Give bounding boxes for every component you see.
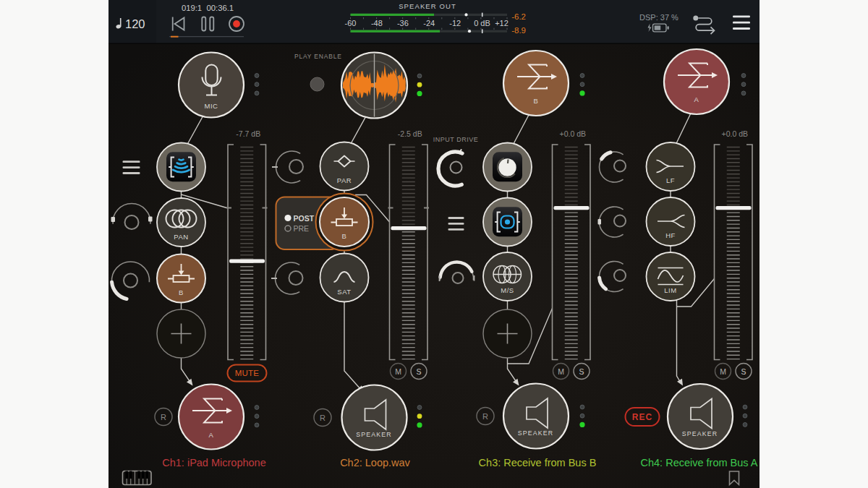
svg-text:-24: -24 — [423, 19, 435, 27]
svg-text:SPEAKER: SPEAKER — [518, 429, 553, 437]
svg-text:SAT: SAT — [337, 288, 351, 296]
svg-text:0 dB: 0 dB — [474, 19, 490, 27]
svg-text:S: S — [416, 367, 421, 376]
svg-text:R: R — [482, 412, 488, 421]
svg-text:M: M — [720, 367, 726, 376]
svg-text:S: S — [579, 367, 584, 376]
svg-text:Ch2: Loop.wav: Ch2: Loop.wav — [340, 457, 410, 468]
svg-text:SPEAKER: SPEAKER — [682, 430, 718, 437]
svg-text:MIC: MIC — [205, 102, 218, 110]
svg-text:S: S — [741, 367, 746, 376]
svg-text:SPEAKER: SPEAKER — [356, 431, 391, 438]
svg-text:DSP: 37 %: DSP: 37 % — [639, 13, 678, 22]
svg-text:POST: POST — [294, 214, 315, 223]
svg-text:-6.2: -6.2 — [511, 12, 526, 21]
svg-text:M: M — [395, 367, 401, 376]
svg-text:M/S: M/S — [501, 286, 514, 294]
svg-text:120: 120 — [125, 17, 145, 30]
svg-text:-2.5 dB: -2.5 dB — [398, 129, 422, 138]
svg-text:-60: -60 — [345, 19, 357, 27]
svg-text:SPEAKER OUT: SPEAKER OUT — [399, 2, 456, 10]
svg-text:M: M — [558, 367, 564, 376]
svg-text:R: R — [320, 414, 326, 422]
svg-text:LF: LF — [666, 176, 675, 184]
svg-text:LIM: LIM — [664, 286, 676, 294]
svg-text:MUTE: MUTE — [235, 369, 260, 377]
svg-text:PAR: PAR — [337, 176, 352, 184]
svg-text:-36: -36 — [397, 19, 409, 27]
svg-text:REC: REC — [632, 412, 652, 422]
svg-text:HF: HF — [665, 231, 676, 239]
svg-text:019:1 00:36.1: 019:1 00:36.1 — [182, 4, 234, 12]
svg-text:PRE: PRE — [294, 224, 310, 233]
svg-text:+12: +12 — [495, 19, 509, 27]
svg-text:-7.7 dB: -7.7 dB — [236, 129, 260, 138]
svg-text:+0.0 dB: +0.0 dB — [722, 129, 749, 138]
svg-text:A: A — [694, 95, 699, 103]
svg-text:B: B — [534, 97, 539, 105]
svg-text:R: R — [161, 413, 166, 421]
svg-text:-48: -48 — [371, 19, 383, 27]
svg-text:INPUT DRIVE: INPUT DRIVE — [433, 136, 478, 143]
svg-text:PAN: PAN — [174, 233, 188, 241]
svg-text:B: B — [342, 232, 347, 240]
svg-text:+0.0 dB: +0.0 dB — [560, 129, 587, 138]
svg-text:A: A — [209, 431, 214, 439]
svg-text:-12: -12 — [449, 19, 461, 27]
svg-text:-8.9: -8.9 — [511, 26, 526, 35]
svg-text:B: B — [179, 288, 184, 296]
svg-text:Ch1: iPad Microphone: Ch1: iPad Microphone — [162, 457, 265, 468]
svg-text:Ch4: Receive from Bus A: Ch4: Receive from Bus A — [641, 457, 758, 468]
svg-text:Ch3: Receive from Bus B: Ch3: Receive from Bus B — [479, 457, 597, 468]
svg-text:PLAY ENABLE: PLAY ENABLE — [294, 53, 342, 60]
